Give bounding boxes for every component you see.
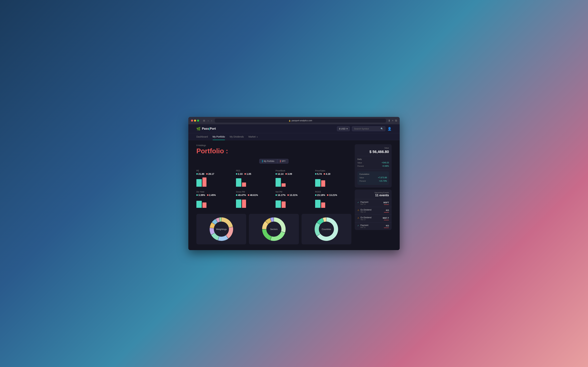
tabs-icon[interactable]: ⧉ bbox=[395, 119, 397, 122]
bar-teal bbox=[275, 178, 281, 187]
event-right: MSFT bbox=[383, 201, 389, 205]
new-tab-icon[interactable]: + bbox=[392, 119, 393, 122]
search-bar[interactable]: 🔍 bbox=[352, 126, 385, 131]
daily-section-title: Daily bbox=[357, 158, 389, 160]
title-colon: : bbox=[224, 147, 228, 155]
forward-button[interactable]: › bbox=[211, 119, 213, 122]
event-line bbox=[384, 220, 389, 220]
bar-red bbox=[242, 183, 246, 187]
event-date: Mar 27 bbox=[361, 219, 372, 221]
user-icon[interactable]: 👤 bbox=[387, 127, 392, 131]
minimize-button[interactable] bbox=[194, 120, 196, 122]
metric-values: 21.88 28.17 bbox=[196, 173, 233, 175]
maximize-button[interactable] bbox=[197, 120, 199, 122]
metric-values: 2.33 1.05 bbox=[236, 173, 272, 175]
teal-dot bbox=[315, 173, 316, 175]
bar-teal bbox=[196, 201, 202, 208]
event-item-1[interactable]: ⚠ Ex-Dividend Mar 13 KO bbox=[355, 207, 392, 215]
metric-card-price-book: Price/Book 12.14 3.09 bbox=[275, 167, 312, 189]
metric-label: Div Yield bbox=[196, 191, 233, 193]
main-content: 9 Holdings Portfolio : My Portfolio SPY bbox=[188, 140, 400, 248]
nav-item-my-portfolio[interactable]: My Portfolio bbox=[213, 133, 225, 140]
browser-window: ⊞ ‹ › 🔒 passport-analytics.com ⬆ + ⧉ 🌿 P… bbox=[188, 117, 400, 250]
nav-item-my-dividends[interactable]: My Dividends bbox=[230, 133, 244, 140]
content-right: Value $ 56,466.80 Daily Value +546.03 Pe… bbox=[355, 144, 392, 244]
bar-chart bbox=[315, 198, 351, 208]
red-dot bbox=[327, 194, 328, 196]
metric-card-peg: PEG 2.33 1.05 bbox=[236, 167, 272, 189]
currency-selector[interactable]: $ USD ▾ bbox=[337, 126, 350, 131]
events-count: 11 events bbox=[357, 193, 389, 197]
search-input[interactable] bbox=[354, 127, 379, 130]
metric-val2: 48.61% bbox=[248, 194, 258, 196]
event-type: Payment bbox=[360, 201, 368, 203]
teal-dot bbox=[236, 194, 237, 196]
metric-val2: 13.31% bbox=[288, 194, 297, 196]
daily-value-row: Value +546.03 bbox=[357, 161, 389, 164]
value-label: Value bbox=[357, 147, 389, 149]
cumulative-section: Cumulative Value +7,673.89 Percent +15.7… bbox=[357, 171, 389, 185]
red-dot bbox=[288, 194, 289, 196]
share-icon[interactable]: ⬆ bbox=[388, 119, 390, 122]
metric-val1: 49.47% bbox=[236, 194, 246, 196]
cumulative-section-title: Cumulative bbox=[359, 173, 387, 175]
back-button[interactable]: ‹ bbox=[207, 119, 209, 122]
metric-label: Price/Book bbox=[275, 170, 312, 172]
event-item-2[interactable]: ⚠ Ex-Dividend Mar 27 9697.T bbox=[355, 215, 392, 222]
address-bar[interactable]: 🔒 passport-analytics.com bbox=[215, 119, 386, 123]
event-item-0[interactable]: ✓ Payment Mar 13 MSFT bbox=[355, 199, 392, 207]
header-controls: $ USD ▾ 🔍 👤 bbox=[337, 126, 392, 131]
events-card: Upcoming Events 11 events ✓ Payment Mar … bbox=[355, 190, 392, 230]
bar-chart bbox=[196, 177, 233, 187]
red-dot bbox=[207, 194, 208, 196]
teal-dot bbox=[196, 194, 198, 196]
cumulative-percent-label: Percent bbox=[359, 180, 366, 182]
portfolio-indicator bbox=[262, 160, 263, 162]
metric-val1: 23.18% bbox=[315, 194, 325, 196]
event-left: ⚠ Ex-Dividend Mar 13 bbox=[357, 209, 372, 213]
event-date: Mar 13 bbox=[361, 211, 372, 213]
event-right: 9697.T bbox=[383, 217, 389, 220]
svg-text:Weightings: Weightings bbox=[216, 228, 227, 230]
holdings-count: 9 Holdings bbox=[196, 144, 351, 147]
metric-card-price-sales: Price/Sales 5.74 4.19 bbox=[315, 167, 351, 189]
logo-text: Pass|Port bbox=[202, 127, 216, 131]
event-left: ⚠ Ex-Dividend Mar 27 bbox=[357, 216, 372, 221]
charts-row: WeightingsSectorsCountries bbox=[196, 214, 351, 244]
event-symbol: KO bbox=[386, 225, 389, 227]
content-left: 9 Holdings Portfolio : My Portfolio SPY bbox=[196, 144, 351, 244]
bar-teal bbox=[315, 179, 321, 187]
event-info: Ex-Dividend Mar 27 bbox=[361, 216, 372, 221]
chart-card-sectors: Sectors bbox=[249, 214, 299, 244]
event-line bbox=[384, 228, 389, 228]
cumulative-percent: +15.73% bbox=[379, 180, 387, 182]
event-right: KO bbox=[384, 225, 389, 228]
app-nav: Dashboard My Portfolio My Dividends Mark… bbox=[188, 133, 400, 140]
spy-toggle[interactable]: SPY bbox=[277, 159, 289, 164]
nav-item-dashboard[interactable]: Dashboard bbox=[196, 133, 208, 140]
sidebar-toggle-icon[interactable]: ⊞ bbox=[202, 119, 206, 122]
metric-val1: 3.39% bbox=[196, 194, 205, 196]
teal-dot bbox=[236, 173, 237, 175]
metric-val2: 28.17 bbox=[206, 173, 214, 175]
nav-item-market[interactable]: Market ▾ bbox=[248, 133, 258, 140]
close-button[interactable] bbox=[191, 120, 193, 122]
event-type: Ex-Dividend bbox=[361, 216, 372, 219]
search-icon: 🔍 bbox=[381, 127, 383, 130]
metric-val2: 2.45% bbox=[207, 194, 216, 196]
cumulative-value: +7,673.89 bbox=[378, 176, 387, 179]
bar-chart bbox=[196, 198, 233, 208]
metric-values: 5.74 4.19 bbox=[315, 173, 351, 175]
my-portfolio-toggle[interactable]: My Portfolio bbox=[259, 159, 277, 164]
event-info: Ex-Dividend Mar 13 bbox=[361, 209, 372, 213]
check-icon: ✓ bbox=[357, 225, 359, 227]
event-item-3[interactable]: ✓ Payment Mar 31 KO bbox=[355, 222, 392, 230]
event-line bbox=[384, 212, 389, 213]
metric-val1: 16.17% bbox=[275, 194, 285, 196]
event-info: Payment Mar 31 bbox=[360, 224, 368, 228]
event-date: Mar 13 bbox=[360, 203, 368, 205]
spy-indicator bbox=[280, 160, 281, 162]
metric-values: 3.39% 2.45% bbox=[196, 194, 233, 196]
metrics-grid: PE 21.88 28.17 PEG 2.33 1.05 P bbox=[196, 167, 351, 210]
bar-red bbox=[282, 201, 286, 208]
